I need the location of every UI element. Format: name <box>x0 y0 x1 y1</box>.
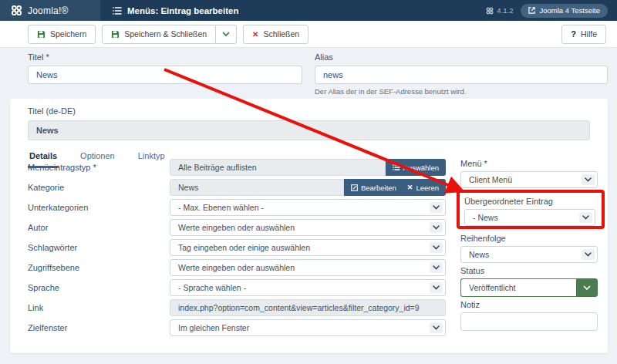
target-row: Zielfenster Im gleichen Fenster <box>18 319 446 336</box>
title-label: Titel * <box>28 52 302 62</box>
subcategories-row: Unterkategorien - Max. Ebenen wählen - <box>18 199 446 216</box>
menu-select[interactable]: Client Menü <box>460 171 598 188</box>
parent-item-value: - News <box>473 213 498 222</box>
access-select[interactable]: Werte eingeben oder auswählen <box>170 259 446 276</box>
chevron-down-icon <box>430 222 443 233</box>
category-label: Kategorie <box>18 183 170 192</box>
clear-x-icon: ✕ <box>407 184 413 191</box>
access-row: Zugriffsebene Werte eingeben oder auswäh… <box>18 259 446 276</box>
translated-title-label: Titel (de-DE) <box>28 106 590 116</box>
category-clear-label: Leeren <box>416 184 439 192</box>
menu-list-icon <box>113 7 122 15</box>
status-field-group: Status Veröffentlicht <box>460 266 598 297</box>
joomla-admin-page: Joomla!® Menüs: Eintrag bearbeiten 4.1. <box>0 0 617 364</box>
joomla-version-icon <box>486 7 494 15</box>
subcategories-label: Unterkategorien <box>18 203 170 212</box>
chevron-down-icon <box>430 282 443 293</box>
alias-input[interactable] <box>315 66 608 84</box>
category-edit-label: Bearbeiten <box>361 184 396 192</box>
subcategories-select[interactable]: - Max. Ebenen wählen - <box>170 199 446 216</box>
help-label: Hilfe <box>581 29 597 39</box>
tags-row: Schlagwörter Tag eingeben oder einige au… <box>18 239 446 256</box>
link-row: Link <box>18 299 446 316</box>
author-label: Autor <box>18 223 170 232</box>
menu-value: Client Menü <box>469 175 512 184</box>
alias-label: Alias <box>315 52 608 62</box>
category-buttons: Bearbeiten ✕ Leeren <box>344 179 446 196</box>
category-input <box>170 179 344 196</box>
joomla-logo: Joomla!® <box>0 0 100 21</box>
author-row: Autor Werte eingeben oder auswählen <box>18 219 446 236</box>
save-icon <box>37 30 46 39</box>
close-button[interactable]: ✕ Schließen <box>243 25 308 44</box>
chevron-down-icon <box>579 212 592 223</box>
save-close-label: Speichern & Schließen <box>124 29 207 39</box>
tags-value: Tag eingeben oder einige auswählen <box>178 243 310 252</box>
link-input <box>170 299 446 316</box>
status-select[interactable]: Veröffentlicht <box>460 278 598 297</box>
tags-select[interactable]: Tag eingeben oder einige auswählen <box>170 239 446 256</box>
access-value: Werte eingeben oder auswählen <box>178 263 295 272</box>
category-row: Kategorie Bearbeiten ✕ Leeren <box>18 179 446 196</box>
note-input[interactable] <box>460 312 598 331</box>
note-field-group: Notiz <box>460 300 598 331</box>
note-label: Notiz <box>460 300 598 309</box>
version-badge: 4.1.2 <box>486 6 513 15</box>
preview-site-button[interactable]: Joomla 4 Testseite <box>521 4 608 18</box>
access-label: Zugriffsebene <box>18 263 170 272</box>
status-value: Veröffentlicht <box>460 278 576 297</box>
question-icon: ? <box>571 29 576 39</box>
help-button[interactable]: ? Hilfe <box>561 25 606 44</box>
title-field-group: Titel * <box>28 52 302 84</box>
menu-item-type-row: Menüeintragstyp * Auswählen <box>18 159 446 176</box>
target-value: Im gleichen Fenster <box>178 323 249 332</box>
chevron-down-icon <box>430 262 443 273</box>
chevron-down-icon <box>222 32 230 37</box>
chevron-down-icon[interactable] <box>576 278 598 297</box>
close-x-icon: ✕ <box>252 30 258 39</box>
chevron-down-icon <box>582 249 595 260</box>
menu-field-group: Menü * Client Menü <box>460 159 598 188</box>
tags-label: Schlagwörter <box>18 243 170 252</box>
joomla-logo-text: Joomla!® <box>28 5 68 16</box>
parent-item-label: Übergeordneter Eintrag <box>464 197 595 206</box>
ordering-field-group: Reihenfolge News <box>460 234 598 263</box>
select-type-label: Auswählen <box>403 163 439 172</box>
details-left-column: Menüeintragstyp * Auswählen <box>18 159 446 339</box>
chevron-down-icon <box>430 202 443 213</box>
menu-item-type-label: Menüeintragstyp * <box>18 163 170 172</box>
alias-field-group: Alias Der Alias der in der SEF-Adresse b… <box>315 52 608 96</box>
author-select[interactable]: Werte eingeben oder auswählen <box>170 219 446 236</box>
page-title: Menüs: Eintrag bearbeiten <box>113 6 238 15</box>
translated-title-group: Titel (de-DE) <box>28 106 590 140</box>
category-edit-button[interactable]: Bearbeiten <box>351 184 396 192</box>
chevron-down-icon <box>582 174 595 185</box>
parent-item-field-group: Übergeordneter Eintrag - News <box>464 197 595 226</box>
menu-item-type-input <box>170 159 386 176</box>
chevron-down-icon <box>430 242 443 253</box>
target-select[interactable]: Im gleichen Fenster <box>170 319 446 336</box>
target-label: Zielfenster <box>18 323 170 332</box>
status-label: Status <box>460 266 598 275</box>
joomla-logo-icon <box>11 5 22 16</box>
ordering-value: News <box>469 250 489 259</box>
language-label: Sprache <box>18 283 170 292</box>
save-close-button[interactable]: Speichern & Schließen <box>102 25 216 44</box>
version-text: 4.1.2 <box>497 6 513 15</box>
ordering-select[interactable]: News <box>460 246 598 263</box>
save-options-toggle[interactable] <box>216 25 237 44</box>
save-button[interactable]: Speichern <box>28 25 96 44</box>
language-select[interactable]: - Sprache wählen - <box>170 279 446 296</box>
title-input[interactable] <box>28 66 302 84</box>
pencil-square-icon <box>351 184 358 191</box>
translated-title-input <box>28 120 590 140</box>
parent-item-select[interactable]: - News <box>464 209 595 226</box>
link-label: Link <box>18 303 170 312</box>
category-clear-button[interactable]: ✕ Leeren <box>407 184 439 192</box>
language-row: Sprache - Sprache wählen - <box>18 279 446 296</box>
close-label: Schließen <box>263 29 299 39</box>
select-type-button[interactable]: Auswählen <box>386 159 446 176</box>
navbar-right: 4.1.2 Joomla 4 Testseite <box>486 4 617 18</box>
chevron-down-icon <box>430 322 443 333</box>
page-title-text: Menüs: Eintrag bearbeiten <box>127 6 238 15</box>
